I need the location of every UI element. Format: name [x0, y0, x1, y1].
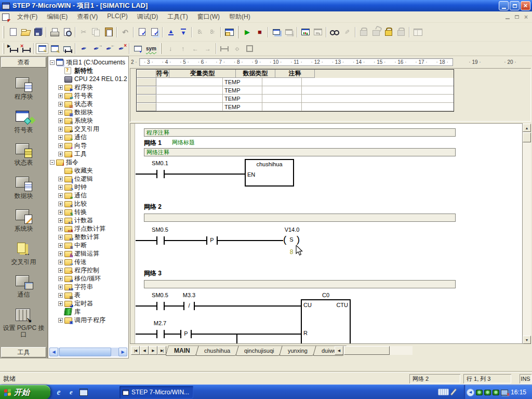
tree-expander[interactable] [58, 276, 63, 281]
line-right-icon[interactable] [202, 43, 214, 54]
menu-item[interactable]: 编辑(E) [42, 11, 72, 23]
tree-expander[interactable] [58, 301, 63, 306]
tree-item[interactable]: 中断 [48, 241, 128, 249]
column-header[interactable]: 符号 [156, 70, 169, 78]
mdi-close-button[interactable]: × [522, 14, 530, 20]
sort-ascending-icon[interactable] [194, 26, 206, 38]
download-icon[interactable] [177, 26, 190, 38]
quick-launch-ie-icon[interactable]: e [54, 388, 63, 397]
positive-edge-contact[interactable]: P [206, 236, 218, 245]
tree-item[interactable]: 位逻辑 [48, 175, 128, 183]
restore-button[interactable] [510, 1, 520, 10]
tree-expander[interactable] [58, 193, 63, 198]
ladder-vertical-scrollbar[interactable]: ▲ ▼ [523, 124, 531, 344]
tree-item[interactable]: 程序块 [48, 83, 128, 91]
menu-item[interactable]: 帮助(H) [224, 11, 255, 23]
tree-expander[interactable] [58, 235, 63, 240]
row-selector[interactable] [137, 95, 156, 103]
lock-password-icon[interactable] [382, 26, 395, 38]
var-type-cell[interactable]: TEMP [223, 78, 262, 86]
tree-expander[interactable] [58, 185, 63, 190]
tree-expander[interactable] [58, 127, 63, 131]
symbol-cell[interactable] [156, 86, 223, 95]
operand-label[interactable]: SM0.1 [145, 160, 175, 166]
start-button[interactable]: 开始 [0, 385, 50, 399]
tree-item[interactable]: 数据块 [48, 108, 128, 116]
menu-item[interactable]: 窗口(W) [193, 11, 224, 23]
nc-contact[interactable]: / [183, 302, 195, 310]
tree-item[interactable]: 转换 [48, 208, 128, 216]
tree-item[interactable]: 符号表 [48, 91, 128, 100]
var-type-cell[interactable]: TEMP [223, 95, 262, 103]
menu-item[interactable]: PLC(P) [102, 11, 132, 23]
tree-item[interactable]: 项目1 (C:\Documents [48, 58, 128, 66]
tray-green-icon[interactable] [476, 390, 483, 395]
comment-cell[interactable] [302, 103, 454, 111]
tree-expander[interactable] [58, 260, 63, 264]
menu-item[interactable]: 工具(T) [163, 11, 192, 23]
tree-item[interactable]: 工具 [48, 150, 128, 158]
edit-pen-icon[interactable] [341, 26, 353, 38]
tree-item[interactable]: 交叉引用 [48, 125, 128, 133]
tree-item[interactable]: 收藏夹 [48, 166, 128, 175]
scroll-left-icon[interactable]: ◀ [49, 348, 58, 356]
lock-open-icon[interactable] [370, 26, 382, 38]
paste-icon[interactable] [102, 26, 115, 38]
network-2-comment-box[interactable] [144, 214, 456, 222]
tree-item[interactable]: 向导 [48, 141, 128, 150]
tree-item[interactable]: 定时器 [48, 299, 128, 308]
comment-cell[interactable] [302, 86, 454, 95]
apply-symbol-table-icon[interactable] [131, 43, 144, 54]
set-coil[interactable]: (S) [283, 235, 300, 246]
tree-item[interactable]: 指令 [48, 158, 128, 166]
tree-item[interactable]: 程序控制 [48, 266, 128, 274]
tree-item[interactable]: 逻辑运算 [48, 249, 128, 258]
tree-item[interactable]: 新特性 [48, 66, 128, 75]
data-type-cell[interactable] [262, 103, 302, 111]
tree-expander[interactable] [58, 218, 63, 223]
sym-addressing-icon[interactable] [144, 43, 158, 54]
row-selector[interactable] [137, 103, 156, 111]
prev-pou-button[interactable]: ◀ [140, 346, 149, 355]
data-type-cell[interactable] [262, 78, 302, 86]
tree-expander[interactable] [50, 60, 55, 65]
sidebar-item[interactable]: 数据块 [1, 176, 46, 200]
upload-icon[interactable] [165, 26, 177, 38]
tree-expander[interactable] [58, 110, 63, 115]
tree-item[interactable]: 浮点数计算 [48, 224, 128, 233]
row-selector[interactable] [137, 78, 156, 86]
quick-launch-media-icon[interactable] [79, 388, 88, 397]
new-file-icon[interactable] [7, 26, 19, 38]
row-selector[interactable] [137, 86, 156, 95]
sidebar-item[interactable]: 系统块 [1, 208, 46, 232]
operand-label[interactable]: SM0.5 [145, 292, 175, 298]
positive-edge-contact[interactable]: P [180, 330, 192, 338]
no-contact[interactable] [156, 236, 165, 245]
line-up-icon[interactable] [177, 43, 189, 54]
cut-icon[interactable] [77, 26, 90, 38]
sidebar-item[interactable]: 通信 [1, 274, 46, 298]
operand-label[interactable]: V14.0 [277, 227, 307, 233]
scroll-thumb[interactable] [344, 346, 390, 355]
menu-item[interactable]: 文件(F) [12, 11, 42, 23]
chart-status-icon[interactable] [299, 26, 312, 38]
tree-expander[interactable] [58, 94, 63, 98]
line-down-icon[interactable] [164, 43, 177, 54]
symbol-cell[interactable] [156, 103, 223, 111]
var-type-cell[interactable]: TEMP [223, 103, 262, 111]
comment-cell[interactable] [302, 78, 454, 86]
insert-contact-icon[interactable] [218, 43, 231, 54]
tree-item[interactable]: 整数计算 [48, 233, 128, 241]
scroll-thumb[interactable] [59, 348, 111, 356]
keyboard-icon[interactable] [438, 389, 449, 395]
operand-label[interactable]: SM0.5 [145, 227, 175, 233]
pou-tab[interactable]: chushihua [195, 345, 239, 356]
run-icon[interactable] [241, 26, 254, 38]
scroll-up-icon[interactable]: ▲ [523, 124, 531, 132]
compile-icon[interactable] [136, 26, 148, 38]
tree-expander[interactable] [58, 85, 63, 90]
tray-green-icon[interactable] [493, 390, 499, 395]
tree-item[interactable]: 调用子程序 [48, 316, 128, 324]
clear-bookmark-icon[interactable] [115, 43, 127, 54]
options-icon[interactable] [223, 26, 235, 38]
